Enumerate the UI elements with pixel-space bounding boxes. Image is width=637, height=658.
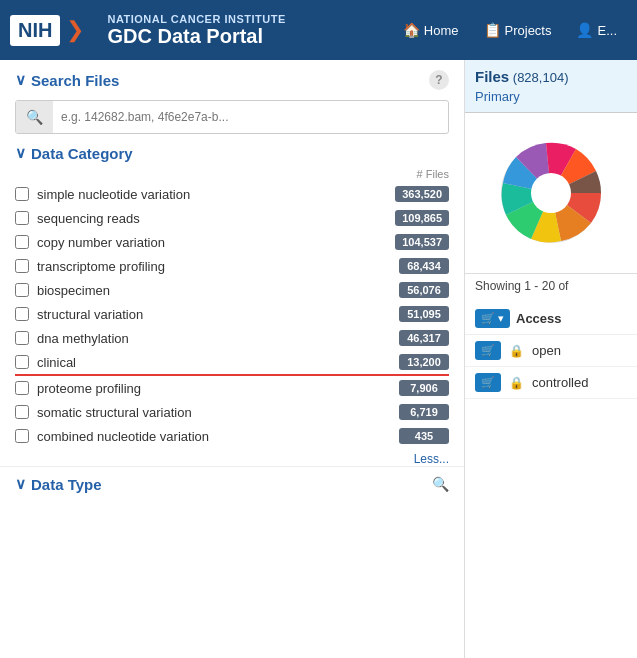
search-icon: 🔍	[26, 109, 43, 125]
cat-name-5: structural variation	[37, 307, 391, 322]
less-link[interactable]: Less...	[15, 452, 449, 466]
header-bottom-line: GDC Data Portal	[107, 25, 285, 47]
nav-projects-label: Projects	[505, 23, 552, 38]
showing-text: Showing 1 - 20 of	[475, 279, 568, 293]
cart-button-controlled[interactable]: 🛒	[475, 373, 501, 392]
access-title: Access	[516, 311, 562, 326]
category-row: proteome profiling 7,906	[15, 376, 449, 400]
cat-name-1: sequencing reads	[37, 211, 387, 226]
cat-name-10: combined nucleotide variation	[37, 429, 391, 444]
nav-apps-label: E...	[597, 23, 617, 38]
nav-home[interactable]: 🏠 Home	[393, 16, 469, 44]
main-layout: ∨ Search Files ? 🔍 ∨ Data Category # Fil…	[0, 60, 637, 658]
cat-checkbox-4[interactable]	[15, 283, 29, 297]
cart-button-open[interactable]: 🛒	[475, 341, 501, 360]
header: NIH ❯ NATIONAL CANCER INSTITUTE GDC Data…	[0, 0, 637, 60]
category-row: combined nucleotide variation 435	[15, 424, 449, 448]
access-section: 🛒 ▾ Access 🛒 🔒 open 🛒 🔒 controlled	[465, 298, 637, 404]
cat-checkbox-10[interactable]	[15, 429, 29, 443]
cat-checkbox-1[interactable]	[15, 211, 29, 225]
files-column-label: # Files	[15, 168, 449, 180]
cart-icon-open: 🛒	[481, 344, 495, 357]
cart-icon: 🛒	[481, 312, 495, 325]
apps-icon: 👤	[576, 22, 593, 38]
data-type-chevron: ∨	[15, 475, 26, 493]
cat-checkbox-0[interactable]	[15, 187, 29, 201]
access-header: 🛒 ▾ Access	[465, 303, 637, 335]
nih-arrow: ❯	[66, 17, 84, 43]
cat-checkbox-7[interactable]	[15, 355, 29, 369]
files-title: Files	[475, 68, 509, 85]
search-input[interactable]	[53, 102, 448, 132]
cat-name-6: dna methylation	[37, 331, 391, 346]
cart-dropdown-arrow: ▾	[498, 312, 504, 325]
access-row-open: 🛒 🔒 open	[465, 335, 637, 367]
data-type-title: ∨ Data Type	[15, 475, 102, 493]
data-category-section: ∨ Data Category # Files simple nucleotid…	[0, 144, 464, 466]
projects-icon: 📋	[484, 22, 501, 38]
showing-label: Showing 1 - 20 of	[465, 273, 637, 298]
cat-name-4: biospecimen	[37, 283, 391, 298]
cat-count-5: 51,095	[399, 306, 449, 322]
right-top: Files (828,104) Primary	[465, 60, 637, 113]
access-row-controlled: 🛒 🔒 controlled	[465, 367, 637, 399]
pie-chart	[486, 128, 616, 258]
data-type-section: ∨ Data Type 🔍	[0, 466, 464, 493]
search-bar: 🔍	[15, 100, 449, 134]
cat-checkbox-2[interactable]	[15, 235, 29, 249]
cat-checkbox-9[interactable]	[15, 405, 29, 419]
data-category-label: Data Category	[31, 145, 133, 162]
files-count: (828,104)	[513, 70, 569, 85]
search-button[interactable]: 🔍	[16, 101, 53, 133]
cart-button[interactable]: 🛒 ▾	[475, 309, 510, 328]
help-icon[interactable]: ?	[429, 70, 449, 90]
svg-point-1	[531, 173, 571, 213]
category-row: somatic structural variation 6,719	[15, 400, 449, 424]
nav-home-label: Home	[424, 23, 459, 38]
category-row: dna methylation 46,317	[15, 326, 449, 350]
cat-checkbox-6[interactable]	[15, 331, 29, 345]
search-files-header: ∨ Search Files ?	[0, 60, 464, 96]
cat-count-8: 7,906	[399, 380, 449, 396]
cat-count-1: 109,865	[395, 210, 449, 226]
cat-count-10: 435	[399, 428, 449, 444]
lock-icon-controlled: 🔒	[509, 376, 524, 390]
header-top-line: NATIONAL CANCER INSTITUTE	[107, 13, 285, 25]
category-row: transcriptome profiling 68,434	[15, 254, 449, 278]
nav-apps[interactable]: 👤 E...	[566, 16, 627, 44]
data-type-label: Data Type	[31, 476, 102, 493]
nih-logo: NIH ❯	[10, 15, 92, 46]
cart-icon-controlled: 🛒	[481, 376, 495, 389]
cat-name-2: copy number variation	[37, 235, 387, 250]
cat-name-9: somatic structural variation	[37, 405, 391, 420]
cat-checkbox-3[interactable]	[15, 259, 29, 273]
lock-icon-open: 🔒	[509, 344, 524, 358]
cat-count-7: 13,200	[399, 354, 449, 370]
cat-count-4: 56,076	[399, 282, 449, 298]
nav-projects[interactable]: 📋 Projects	[474, 16, 562, 44]
nih-badge: NIH	[10, 15, 60, 46]
category-row: sequencing reads 109,865	[15, 206, 449, 230]
search-files-label: Search Files	[31, 72, 119, 89]
data-category-header: ∨ Data Category	[15, 144, 449, 162]
cat-name-8: proteome profiling	[37, 381, 391, 396]
data-category-title: ∨ Data Category	[15, 144, 133, 162]
cat-count-9: 6,719	[399, 404, 449, 420]
cat-count-3: 68,434	[399, 258, 449, 274]
primary-label: Primary	[475, 89, 627, 104]
cat-checkbox-5[interactable]	[15, 307, 29, 321]
data-category-chevron: ∨	[15, 144, 26, 162]
category-row: copy number variation 104,537	[15, 230, 449, 254]
category-row: biospecimen 56,076	[15, 278, 449, 302]
chart-area	[465, 113, 637, 273]
header-nav: 🏠 Home 📋 Projects 👤 E...	[393, 16, 627, 44]
cat-name-3: transcriptome profiling	[37, 259, 391, 274]
left-panel: ∨ Search Files ? 🔍 ∨ Data Category # Fil…	[0, 60, 465, 658]
cat-checkbox-8[interactable]	[15, 381, 29, 395]
category-row: simple nucleotide variation 363,520	[15, 182, 449, 206]
right-panel: Files (828,104) Primary	[465, 60, 637, 658]
access-type-controlled: controlled	[532, 375, 588, 390]
data-type-search-icon[interactable]: 🔍	[432, 476, 449, 492]
home-icon: 🏠	[403, 22, 420, 38]
search-files-chevron: ∨	[15, 71, 26, 89]
